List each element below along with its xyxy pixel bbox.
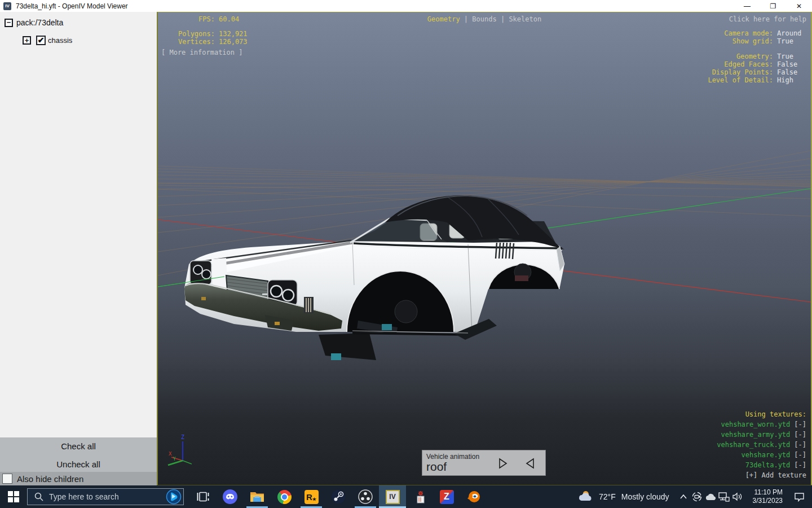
show-grid-label: Show grid: — [732, 37, 773, 45]
tree-chassis-row[interactable]: + chassis — [23, 36, 72, 45]
tab-bounds[interactable]: Bounds — [472, 15, 496, 23]
level-of-detail-value: High — [777, 76, 806, 84]
taskbar-item-package-tool[interactable] — [406, 485, 433, 508]
check-all-button[interactable]: Check all — [0, 437, 157, 454]
collapse-icon[interactable]: − — [5, 19, 13, 27]
taskbar-item-discord[interactable] — [217, 485, 244, 508]
play-forward-button[interactable] — [496, 456, 510, 471]
minimize-button[interactable]: — — [734, 0, 760, 12]
play-reverse-button[interactable] — [523, 456, 537, 471]
texture-name[interactable]: vehshare_worn.ytd — [721, 421, 790, 428]
tray-onedrive[interactable] — [704, 485, 717, 508]
taskbar-item-zmodeler[interactable]: Z — [433, 485, 460, 508]
viewport-3d[interactable]: FPS:60.04 Polygons:132,921 Vertices:126,… — [157, 12, 812, 485]
show-grid-value: True — [777, 37, 806, 45]
taskbar-weather-widget[interactable]: 72°F Mostly cloudy — [577, 485, 669, 508]
texture-remove-button[interactable]: [-] — [794, 421, 806, 428]
texture-name[interactable]: vehshare_army.ytd — [721, 431, 790, 439]
texture-name[interactable]: 73delta.ytd — [745, 461, 790, 469]
display-points-row[interactable]: Display Points:False — [708, 68, 806, 76]
also-hide-children-label: Also hide children — [17, 474, 83, 484]
brake-caliper — [382, 324, 392, 330]
uncheck-all-button[interactable]: Uncheck all — [0, 456, 157, 472]
taskbar-clock[interactable]: 11:10 PM 3/31/2023 — [745, 485, 783, 508]
chassis-checkbox[interactable] — [36, 36, 46, 45]
tray-volume[interactable] — [731, 485, 744, 508]
polygons-value: 132,921 — [219, 30, 248, 38]
texture-item[interactable]: vehshare_army.ytd[-] — [717, 430, 806, 440]
taskbar-item-openiv-active[interactable]: IV — [379, 485, 406, 508]
texture-item[interactable]: vehshare_worn.ytd[-] — [717, 419, 806, 430]
chevron-up-icon — [680, 494, 687, 499]
tray-game-bar[interactable] — [690, 485, 704, 508]
expand-icon[interactable]: + — [23, 36, 31, 45]
display-points-value: False — [777, 68, 806, 76]
openiv-app-icon: IV — [3, 2, 11, 10]
vertices-label: Vertices: — [161, 38, 215, 46]
chrome-icon — [277, 490, 292, 504]
texture-remove-button[interactable]: [-] — [794, 441, 806, 449]
texture-remove-button[interactable]: [-] — [794, 431, 806, 439]
taskbar-search[interactable] — [27, 488, 184, 505]
vehicle-animation-panel: Vehicle animation roof — [422, 450, 546, 476]
windshield — [352, 220, 440, 242]
animation-name: roof — [426, 460, 447, 474]
network-ethernet-icon — [718, 492, 730, 502]
play-reverse-icon — [525, 458, 535, 469]
action-center-button[interactable] — [786, 485, 812, 508]
bing-chat-icon[interactable] — [166, 489, 182, 505]
add-texture-button[interactable]: [+] Add texture — [717, 470, 806, 480]
level-of-detail-row[interactable]: Level of Detail:High — [708, 76, 806, 84]
tree-root-row[interactable]: − pack:/73delta — [5, 18, 63, 27]
search-input[interactable] — [49, 492, 166, 501]
taskbar-item-obs[interactable] — [352, 485, 379, 508]
tab-skeleton[interactable]: Skeleton — [509, 15, 541, 23]
taskbar-item-file-explorer[interactable] — [244, 485, 271, 508]
taskbar-item-rockstar[interactable]: R★ — [298, 485, 325, 508]
camera-mode-value: Around — [777, 29, 806, 37]
taskbar-item-steam[interactable] — [325, 485, 352, 508]
z-axis-label: Z — [181, 434, 184, 440]
car-model-chassis[interactable] — [183, 186, 572, 373]
display-points-label: Display Points: — [712, 68, 773, 76]
camera-mode-row[interactable]: Camera mode:Around — [708, 29, 806, 37]
restore-button[interactable]: ❐ — [760, 0, 786, 12]
texture-item[interactable]: vehshare_truck.ytd[-] — [717, 440, 806, 450]
texture-remove-button[interactable]: [-] — [794, 461, 806, 469]
geometry-toggle-row[interactable]: Geometry:True — [708, 52, 806, 60]
texture-name[interactable]: vehshare_truck.ytd — [717, 441, 790, 449]
taskbar-item-blender[interactable] — [460, 485, 487, 508]
viewer-settings-overlay: Click here for help Camera mode:Around S… — [708, 15, 806, 84]
weather-condition: Mostly cloudy — [621, 492, 669, 501]
also-hide-children-row[interactable]: Also hide children — [0, 472, 157, 485]
show-grid-row[interactable]: Show grid:True — [708, 37, 806, 45]
camera-mode-label: Camera mode: — [724, 29, 773, 37]
tray-chevron-up[interactable] — [677, 485, 690, 508]
texture-item[interactable]: 73delta.ytd[-] — [717, 460, 806, 470]
help-link[interactable]: Click here for help — [708, 15, 806, 23]
texture-name[interactable]: vehshare.ytd — [742, 451, 791, 459]
using-textures-header: Using textures: — [717, 409, 806, 419]
geometry-label: Geometry: — [736, 52, 773, 60]
more-information-link[interactable]: [ More information ] — [161, 49, 248, 56]
close-button[interactable]: ✕ — [786, 0, 812, 12]
texture-item[interactable]: vehshare.ytd[-] — [717, 450, 806, 460]
textures-overlay: Using textures: vehshare_worn.ytd[-] veh… — [717, 409, 806, 480]
package-tool-icon — [412, 489, 427, 504]
tray-network[interactable] — [717, 485, 731, 508]
taskbar-item-chrome[interactable] — [271, 485, 298, 508]
texture-remove-button[interactable]: [-] — [794, 451, 806, 459]
underbody — [319, 333, 376, 360]
obs-icon — [358, 489, 373, 504]
geometry-value: True — [777, 52, 806, 60]
start-button[interactable] — [0, 485, 27, 508]
tab-geometry[interactable]: Geometry — [427, 15, 460, 23]
edged-faces-row[interactable]: Edged Faces:False — [708, 60, 806, 68]
volume-icon — [732, 492, 743, 501]
x-axis-label: X — [169, 451, 172, 457]
openiv-icon: IV — [386, 490, 400, 504]
also-hide-children-checkbox[interactable] — [2, 474, 12, 484]
task-view-button[interactable] — [189, 485, 217, 508]
windows-taskbar: R★ IV — [0, 485, 812, 508]
discord-icon — [222, 489, 238, 505]
